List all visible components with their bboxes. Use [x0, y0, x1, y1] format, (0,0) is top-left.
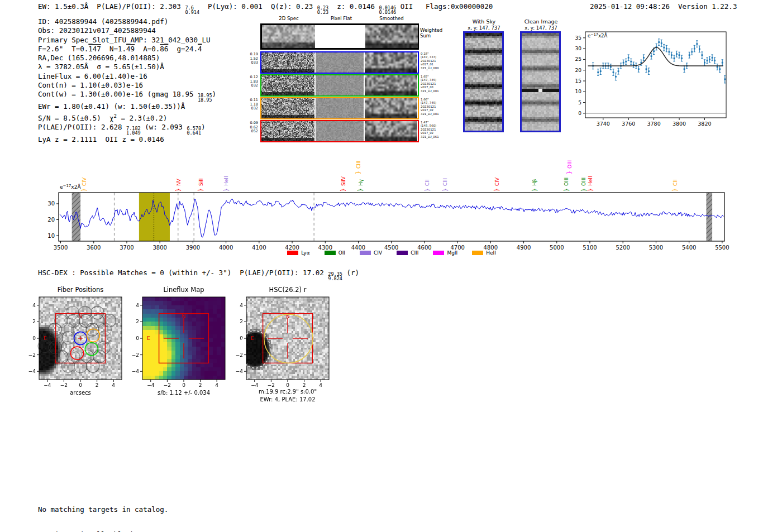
line-marker-oiii: {OIII	[566, 160, 573, 174]
svg-text:2: 2	[303, 382, 306, 388]
report-version: Version 1.22.3	[678, 2, 737, 11]
svg-text:E: E	[251, 335, 254, 341]
fiber-positions-panel: Fiber Positions −4−2024−4−2024NE arcsecs	[22, 284, 128, 405]
svg-text:35: 35	[575, 35, 581, 41]
col-header-pixelflat: Pixel Flat	[313, 16, 369, 21]
svg-text:{: {	[588, 188, 594, 191]
svg-text:10: 10	[47, 233, 55, 239]
svg-text:2: 2	[199, 382, 202, 388]
svg-text:OIII: OIII	[564, 178, 569, 186]
legend-swatch	[360, 251, 371, 255]
header-datetime: 2025-01-12 09:48:26 Version 1.22.3	[590, 2, 737, 11]
spec2d-row-right-labels: 1.65"(147, 745)20230121v017_03321_LU_081	[421, 75, 446, 93]
line-marker-heii: {HeII	[588, 176, 594, 191]
line-marker-siiv: {SiIV	[340, 176, 346, 191]
svg-text:Hγ: Hγ	[358, 179, 364, 186]
svg-text:Hβ: Hβ	[532, 179, 537, 186]
spectrum-legend: LyαOIICIVCIIIMgIIHeII	[59, 250, 724, 256]
svg-text:OIII: OIII	[567, 160, 573, 169]
svg-text:0: 0	[182, 382, 185, 388]
cutout-image	[316, 75, 364, 95]
spec2d-row	[260, 97, 419, 119]
spec2d-row	[260, 23, 419, 50]
svg-text:−4: −4	[28, 368, 36, 374]
svg-text:3760: 3760	[622, 121, 635, 127]
svg-text:4: 4	[240, 303, 243, 308]
spec2d-row	[260, 74, 419, 97]
svg-text:4: 4	[32, 303, 36, 308]
aperture-circle	[264, 314, 313, 363]
fiber-circle	[61, 341, 74, 354]
svg-text:30: 30	[47, 200, 55, 207]
svg-text:5: 5	[578, 100, 581, 106]
svg-text:{: {	[175, 188, 182, 191]
svg-text:{: {	[355, 171, 361, 174]
info-line: RA,Dec (165.206696,48.014885)	[38, 54, 216, 63]
svg-text:30: 30	[575, 46, 582, 51]
cutout-image	[261, 121, 314, 141]
clean-image-coords: x, y: 147, 737	[514, 25, 568, 31]
svg-text:{: {	[564, 188, 570, 191]
svg-text:−4: −4	[132, 368, 140, 374]
svg-text:−2: −2	[268, 382, 275, 388]
svg-text:−2: −2	[164, 382, 171, 388]
highlighted-fiber-circle	[85, 343, 98, 356]
spec2d-row-left-labels: 0.111.18032	[240, 98, 258, 111]
svg-text:−2: −2	[132, 352, 139, 358]
legend-swatch	[397, 251, 408, 255]
svg-text:{: {	[340, 188, 346, 191]
line-marker-cii: {CII	[672, 179, 678, 191]
svg-text:3820: 3820	[698, 121, 711, 127]
line-marker-civ: {CIV	[81, 177, 87, 191]
weighted-sum-label: WeightedSum	[420, 28, 442, 39]
col-header-2dspec: 2D Spec	[261, 16, 317, 21]
svg-text:{: {	[532, 188, 538, 191]
svg-text:−2: −2	[60, 382, 68, 388]
cutout-image	[316, 121, 364, 141]
spec2d-row-right-labels: 1.66"(147, 745)20230121v017_02321_LU_081	[421, 98, 446, 116]
cutout-image	[365, 52, 417, 73]
spec2d-row-left-labels: 0.090.62052	[240, 121, 258, 134]
svg-text:CIV: CIV	[82, 177, 87, 186]
detection-info-block: ID: 4025889944 (4025889944.pdf)Obs: 2023…	[38, 17, 216, 144]
svg-text:0: 0	[286, 382, 289, 388]
line-marker-oiii: {OIII	[581, 178, 587, 191]
info-line: EWr = 1.80(±0.41) (w: 1.50(±0.35))Å	[38, 102, 216, 111]
svg-text:{: {	[494, 188, 500, 191]
svg-text:CIII: CIII	[356, 161, 361, 169]
legend-item-oii: OII	[325, 250, 345, 256]
legend-item-mgii: MgII	[433, 250, 457, 256]
line-marker-hβ: {Hβ	[532, 179, 538, 191]
clean-image	[520, 31, 561, 132]
svg-text:15: 15	[575, 78, 581, 84]
cutout-image	[261, 98, 314, 118]
cutout-image	[365, 25, 418, 48]
info-line: Primary Spec_Slot_IFU_AMP: 321_042_030_L…	[38, 36, 216, 45]
svg-text:25: 25	[575, 56, 581, 62]
fiber-circle	[97, 341, 110, 354]
with-sky-coords: x, y: 147, 737	[457, 25, 511, 31]
line-marker-cii: {CII	[425, 179, 431, 191]
spec2d-row-left-labels: 0.191.52033	[240, 52, 258, 65]
fiber-circle	[67, 314, 80, 327]
cutout-image	[316, 52, 364, 73]
svg-text:E: E	[147, 335, 150, 341]
elixer-report-page: EW: 1.5±0.3Å P(LAE)/P(OII): 2.303 7.60.9…	[0, 0, 782, 532]
lineflux-xlabel: s/b: 1.12 +/- 0.034	[136, 390, 232, 396]
svg-text:3800: 3800	[673, 121, 686, 127]
fiber-circle	[61, 360, 74, 372]
detection-highlight-band	[139, 193, 170, 241]
svg-text:{: {	[442, 188, 449, 191]
svg-text:{: {	[357, 188, 364, 191]
cutout-image	[365, 121, 417, 141]
line-fit-plot: 0510152025303537403760378038003820e−17x2…	[570, 26, 737, 132]
line-marker-ciii: {CIII	[442, 178, 449, 192]
svg-text:SiIV: SiIV	[341, 176, 346, 186]
svg-text:3780: 3780	[647, 121, 661, 127]
svg-text:{: {	[566, 171, 573, 174]
footer-line-1: No matching targets in catalog.	[38, 505, 168, 514]
legend-item-heii: HeII	[472, 250, 496, 256]
header-summary: EW: 1.5±0.3Å P(LAE)/P(OII): 2.303 7.60.9…	[38, 2, 493, 15]
svg-text:{: {	[223, 188, 230, 191]
svg-text:20: 20	[47, 217, 55, 223]
